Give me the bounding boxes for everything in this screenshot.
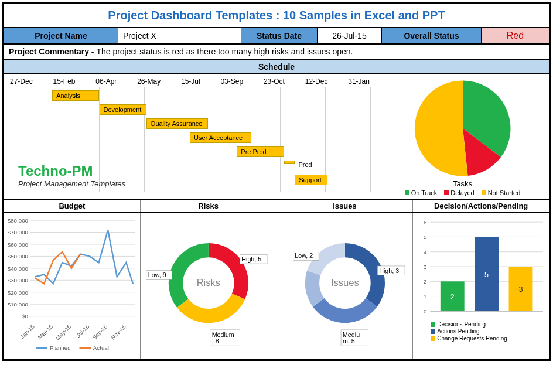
gantt-date: 27-Dec bbox=[10, 77, 33, 86]
legend-item: Delayed bbox=[444, 189, 474, 196]
svg-text:, 8: , 8 bbox=[211, 338, 219, 345]
issues-svg: Issues High, 3 Low, 2 Medium, 5 bbox=[279, 215, 411, 357]
svg-text:Jul-15: Jul-15 bbox=[75, 323, 91, 339]
chart-hdr: Issues bbox=[277, 200, 414, 212]
gantt-task: Analysis bbox=[52, 90, 99, 101]
gantt-date: 12-Dec bbox=[305, 77, 328, 86]
dap-svg: 6 5 4 3 2 1 0 2 5 3 bbox=[415, 215, 547, 318]
project-name-label: Project Name bbox=[4, 28, 118, 43]
svg-text:Nov-15: Nov-15 bbox=[110, 323, 127, 341]
svg-text:Risks: Risks bbox=[196, 277, 220, 288]
gantt-task: Support bbox=[295, 175, 327, 185]
status-date-label: Status Date bbox=[241, 28, 318, 43]
svg-text:$60,000: $60,000 bbox=[8, 241, 29, 248]
dap-legend: Decisions Pending Actions Pending Change… bbox=[415, 321, 547, 342]
svg-text:0: 0 bbox=[424, 308, 427, 315]
charts-row: $80,000 $70,000 $60,000 $50,000 $40,000 … bbox=[4, 213, 549, 359]
commentary: Project Commentary - The project status … bbox=[4, 45, 549, 60]
tasks-pie-chart: Tasks On Track Delayed Not Started bbox=[376, 74, 549, 199]
gantt-chart: 27-Dec 15-Feb 06-Apr 26-May 15-Jul 03-Se… bbox=[4, 74, 376, 199]
gantt-date-axis: 27-Dec 15-Feb 06-Apr 26-May 15-Jul 03-Se… bbox=[9, 77, 371, 86]
gantt-date: 23-Oct bbox=[264, 77, 285, 86]
schedule-title: Schedule bbox=[4, 60, 549, 74]
page-title: Project Dashboard Templates : 10 Samples… bbox=[4, 4, 549, 28]
gantt-task bbox=[284, 161, 295, 164]
svg-text:Actual: Actual bbox=[93, 345, 109, 351]
svg-text:m, 5: m, 5 bbox=[342, 338, 354, 345]
gantt-task: Pre Prod bbox=[237, 146, 284, 157]
chart-hdr: Risks bbox=[141, 200, 277, 212]
svg-text:5: 5 bbox=[484, 271, 489, 279]
charts-header: Budget Risks Issues Decision/Actions/Pen… bbox=[4, 200, 549, 213]
svg-text:Mediu: Mediu bbox=[342, 331, 359, 338]
commentary-label: Project Commentary - bbox=[9, 47, 96, 56]
gantt-task: Development bbox=[100, 104, 146, 115]
gantt-date: 03-Sep bbox=[220, 77, 243, 86]
pie-svg bbox=[407, 79, 518, 178]
svg-text:$30,000: $30,000 bbox=[8, 277, 29, 284]
svg-text:$80,000: $80,000 bbox=[8, 217, 29, 224]
logo-sub: Project Management Templates bbox=[18, 179, 125, 188]
budget-svg: $80,000 $70,000 $60,000 $50,000 $40,000 … bbox=[6, 215, 138, 357]
risks-chart: Risks High, 5 Low, 9 Medium, 8 bbox=[141, 213, 277, 359]
svg-text:Jan-15: Jan-15 bbox=[19, 323, 36, 340]
svg-text:$50,000: $50,000 bbox=[8, 253, 29, 260]
svg-text:2: 2 bbox=[450, 293, 455, 301]
svg-text:Planned: Planned bbox=[50, 345, 71, 351]
pie-legend: On Track Delayed Not Started bbox=[381, 189, 544, 196]
risks-svg: Risks High, 5 Low, 9 Medium, 8 bbox=[143, 215, 274, 357]
pie-title: Tasks bbox=[381, 179, 544, 188]
svg-text:3: 3 bbox=[519, 285, 523, 294]
svg-text:$10,000: $10,000 bbox=[8, 301, 29, 308]
svg-text:5: 5 bbox=[424, 234, 426, 240]
legend-item: On Track bbox=[405, 189, 438, 196]
gantt-date: 15-Jul bbox=[181, 77, 200, 86]
svg-text:High, 3: High, 3 bbox=[379, 267, 399, 274]
gantt-task-label: Prod bbox=[298, 161, 312, 168]
legend-item: Change Requests Pending bbox=[437, 335, 507, 342]
gantt-date: 06-Apr bbox=[95, 77, 117, 86]
overall-status-value: Red bbox=[482, 28, 549, 43]
svg-text:Issues: Issues bbox=[331, 277, 359, 288]
svg-text:2: 2 bbox=[424, 278, 426, 285]
svg-text:$20,000: $20,000 bbox=[8, 289, 29, 296]
svg-text:High, 5: High, 5 bbox=[241, 255, 261, 263]
svg-text:May-15: May-15 bbox=[54, 323, 73, 342]
svg-text:6: 6 bbox=[424, 219, 426, 226]
svg-text:$40,000: $40,000 bbox=[8, 265, 29, 272]
svg-text:Low, 9: Low, 9 bbox=[148, 271, 166, 278]
status-date-value: 26-Jul-15 bbox=[318, 28, 382, 43]
svg-text:Sep-15: Sep-15 bbox=[91, 323, 109, 341]
gantt-task: User Acceptance bbox=[190, 132, 251, 143]
logo: Techno-PM Project Management Templates bbox=[18, 163, 125, 188]
commentary-text: The project status is red as there too m… bbox=[96, 47, 353, 56]
gantt-date: 26-May bbox=[137, 77, 161, 86]
gantt-date: 15-Feb bbox=[53, 77, 75, 86]
svg-text:$70,000: $70,000 bbox=[8, 229, 29, 236]
svg-text:4: 4 bbox=[424, 249, 427, 255]
issues-chart: Issues High, 3 Low, 2 Medium, 5 bbox=[277, 213, 414, 359]
budget-chart: $80,000 $70,000 $60,000 $50,000 $40,000 … bbox=[4, 213, 141, 359]
svg-text:Medium: Medium bbox=[211, 331, 234, 338]
svg-text:Low, 2: Low, 2 bbox=[295, 252, 313, 259]
svg-text:Mar-15: Mar-15 bbox=[37, 323, 54, 341]
gantt-date: 31-Jan bbox=[348, 77, 370, 86]
svg-text:3: 3 bbox=[424, 264, 426, 270]
dashboard-frame: Project Dashboard Templates : 10 Samples… bbox=[2, 2, 551, 361]
svg-text:$0: $0 bbox=[22, 313, 28, 319]
schedule-section: 27-Dec 15-Feb 06-Apr 26-May 15-Jul 03-Se… bbox=[4, 74, 549, 200]
legend-item: Not Started bbox=[482, 189, 521, 196]
overall-status-label: Overall Status bbox=[382, 28, 482, 43]
dap-chart: 6 5 4 3 2 1 0 2 5 3 Decisions Pending Ac… bbox=[413, 213, 549, 359]
legend-item: Decisions Pending bbox=[437, 321, 486, 328]
legend-item: Actions Pending bbox=[437, 328, 479, 335]
svg-text:1: 1 bbox=[424, 293, 426, 299]
chart-hdr: Decision/Actions/Pending bbox=[413, 200, 549, 212]
header-row: Project Name Project X Status Date 26-Ju… bbox=[4, 28, 549, 45]
logo-main: Techno-PM bbox=[18, 163, 125, 179]
gantt-task: Quality Assurance bbox=[146, 118, 208, 129]
chart-hdr: Budget bbox=[4, 200, 141, 212]
project-name-value: Project X bbox=[118, 28, 241, 43]
